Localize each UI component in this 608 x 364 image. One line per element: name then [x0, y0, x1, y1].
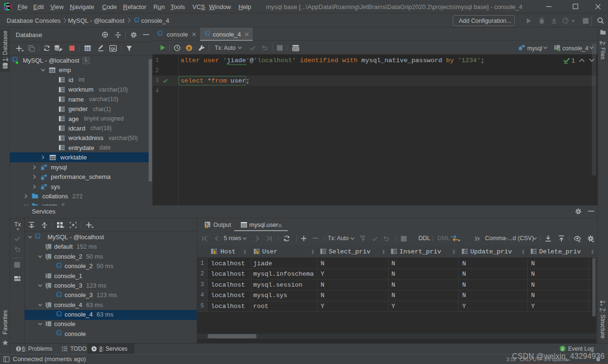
svg-text:2: 2: [561, 346, 564, 351]
svg-text:DG: DG: [6, 5, 10, 8]
svg-text:p: p: [188, 46, 190, 50]
svg-text:DB: DB: [360, 235, 365, 238]
svg-text:QL: QL: [111, 47, 116, 51]
